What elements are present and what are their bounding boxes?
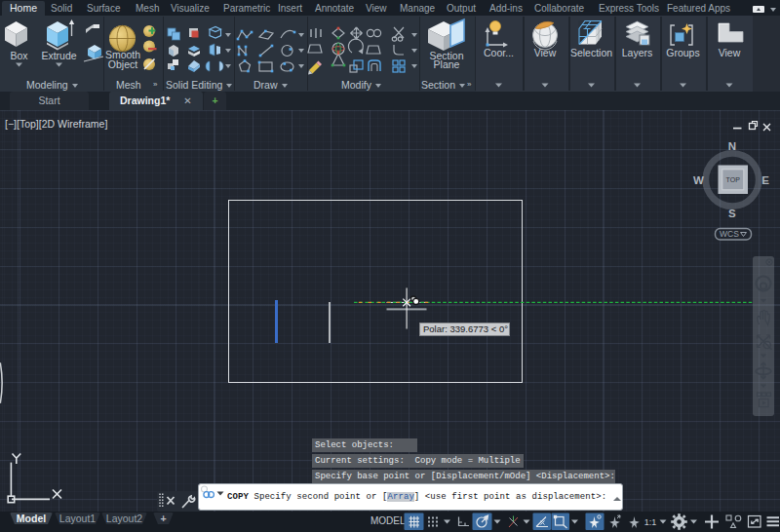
svg-text:WCS: WCS <box>720 229 739 239</box>
svg-text:TOP: TOP <box>726 176 741 183</box>
svg-text:E: E <box>761 174 769 186</box>
svg-text:1:1: 1:1 <box>644 517 657 527</box>
svg-text:S: S <box>728 208 736 219</box>
svg-text:W: W <box>693 174 704 186</box>
svg-text:N: N <box>728 140 736 152</box>
